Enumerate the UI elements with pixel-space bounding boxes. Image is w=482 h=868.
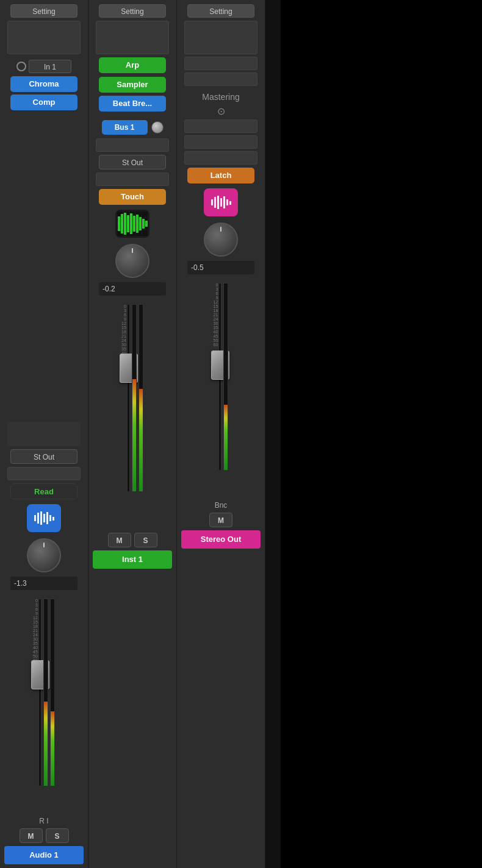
waveform-audio1[interactable] [27, 504, 61, 532]
svg-rect-29 [223, 196, 225, 208]
svg-rect-1 [37, 513, 39, 524]
pan-knob-audio1[interactable] [27, 538, 61, 572]
svg-rect-24 [145, 221, 148, 227]
output-btn-inst1[interactable]: St Out [99, 155, 166, 169]
input-row-audio1: In 1 [16, 60, 71, 73]
fader-scale-audio1: 0 3 6 9 12 15 18 21 24 30 35 40 45 50 60 [33, 599, 38, 663]
svg-rect-31 [229, 201, 231, 205]
link-row-stereoout: ⊙ [217, 105, 225, 117]
pan-value-audio1: -1.3 [10, 577, 77, 590]
right-panel [265, 0, 281, 868]
automation-btn-stereoout[interactable]: Latch [187, 168, 254, 183]
plugin-slot-3-stereoout [184, 73, 257, 86]
pan-value-stereoout: -0.5 [187, 261, 254, 274]
track-label-inst1[interactable]: Inst 1 [93, 550, 172, 569]
plugin-slot-1-inst1 [96, 21, 169, 54]
fx-slot-inst1 [96, 173, 169, 186]
svg-rect-4 [46, 512, 48, 524]
ms-row-inst1: M S [108, 533, 157, 547]
comp-btn[interactable]: Comp [10, 94, 77, 110]
svg-rect-19 [130, 213, 132, 234]
svg-rect-21 [136, 215, 138, 233]
svg-rect-27 [217, 196, 219, 209]
pan-value-inst1: -0.2 [99, 282, 166, 296]
bus-row-inst1: Bus 1 [102, 120, 164, 135]
pan-knob-inst1[interactable] [115, 244, 149, 278]
svg-rect-16 [121, 214, 123, 233]
ms-row-audio1: M S [20, 828, 69, 843]
bus1-knob[interactable] [151, 121, 164, 133]
svg-rect-26 [214, 197, 216, 208]
plugin-slot-2-stereoout [184, 57, 257, 70]
input-label-audio1[interactable]: In 1 [29, 60, 71, 73]
meter-inst1-l [132, 304, 137, 492]
svg-rect-2 [40, 511, 42, 525]
track-label-stereoout[interactable]: Stereo Out [181, 530, 261, 549]
output-slot-stereoout [184, 135, 257, 149]
meter-stereoout-l [223, 283, 228, 471]
solo-btn-audio1[interactable]: S [46, 828, 69, 843]
plugin-slot-1-audio1 [7, 21, 81, 54]
automation-btn-inst1[interactable]: Touch [99, 189, 166, 205]
svg-rect-18 [127, 215, 129, 232]
fader-area-audio1: 0 3 6 9 12 15 18 21 24 30 35 40 45 50 60 [4, 594, 84, 813]
send-slot-inst1 [96, 138, 169, 152]
waveform-inst1[interactable] [115, 210, 149, 238]
svg-rect-3 [43, 514, 45, 522]
mute-btn-inst1[interactable]: M [108, 533, 131, 547]
send-slot-audio1 [7, 422, 81, 446]
fx-slot-audio1 [7, 467, 81, 480]
svg-rect-5 [49, 515, 51, 521]
channel-inst1: Setting Arp Sampler Beat Bre... Bus 1 St… [88, 0, 177, 868]
setting-btn-audio1[interactable]: Setting [10, 4, 77, 18]
send-slot-stereoout [184, 119, 257, 133]
output-btn-audio1[interactable]: St Out [10, 449, 77, 464]
plugin-slot-1-stereoout [184, 21, 257, 54]
track-label-audio1[interactable]: Audio 1 [4, 846, 84, 864]
svg-rect-20 [133, 216, 135, 232]
mute-btn-audio1[interactable]: M [20, 828, 43, 843]
link-icon-stereoout: ⊙ [217, 105, 225, 117]
fader-area-inst1: 0 3 6 9 12 15 18 21 24 30 35 40 45 50 60 [93, 299, 172, 519]
svg-rect-15 [118, 216, 120, 231]
meter-inst1-r [138, 304, 143, 492]
svg-rect-30 [226, 199, 228, 205]
meter-audio1-l [43, 599, 48, 786]
chroma-btn[interactable]: Chroma [10, 76, 77, 92]
fader-area-stereoout: 0 3 6 9 12 15 18 21 24 30 35 40 45 50 60 [181, 278, 261, 497]
svg-rect-28 [220, 198, 222, 207]
setting-btn-stereoout[interactable]: Setting [187, 4, 254, 18]
svg-rect-22 [139, 217, 142, 230]
fx-slot-stereoout [184, 151, 257, 165]
setting-btn-inst1[interactable]: Setting [99, 4, 166, 18]
fader-track-inst1[interactable] [127, 304, 143, 493]
channel-stereo-out: Setting Mastering ⊙ Latch -0.5 [177, 0, 265, 868]
sampler-btn[interactable]: Sampler [99, 77, 166, 93]
bnc-label: Bnc [215, 501, 228, 510]
arp-btn[interactable]: Arp [99, 57, 166, 73]
fader-track-audio1[interactable] [38, 599, 55, 788]
mute-btn-stereoout[interactable]: M [209, 513, 232, 527]
mastering-label: Mastering [177, 92, 265, 102]
svg-rect-23 [142, 219, 145, 229]
waveform-stereoout[interactable] [204, 188, 238, 216]
pan-knob-stereoout[interactable] [204, 222, 238, 257]
meter-audio1-r [50, 599, 55, 786]
svg-rect-6 [52, 517, 54, 521]
svg-rect-0 [34, 515, 36, 521]
fader-scale-stereoout: 0 3 6 9 12 15 18 21 24 30 35 40 45 50 60 [214, 283, 218, 347]
channel-audio1: Setting In 1 Chroma Comp St Out Read [0, 0, 88, 868]
input-circle-audio1 [16, 62, 26, 71]
svg-rect-25 [211, 199, 213, 205]
automation-btn-audio1[interactable]: Read [10, 483, 77, 499]
beat-btn[interactable]: Beat Bre... [99, 96, 166, 112]
ri-label-audio1: R I [39, 817, 48, 825]
fader-track-stereoout[interactable] [218, 283, 228, 472]
solo-btn-inst1[interactable]: S [134, 533, 157, 547]
bus1-btn[interactable]: Bus 1 [102, 120, 148, 135]
svg-rect-17 [124, 213, 126, 235]
ms-row-stereoout: M [209, 513, 232, 527]
